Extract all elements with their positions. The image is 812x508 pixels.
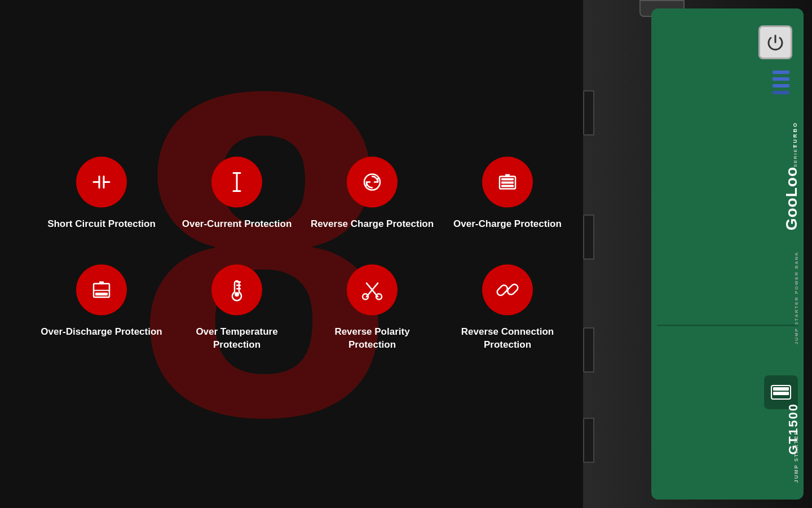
svg-rect-10: [501, 178, 514, 181]
side-grip-3: [583, 327, 594, 373]
green-face-panel: TURBO SERIES GooLoo JUMP STARTER POWER B…: [651, 8, 804, 500]
led-bar-1: [773, 71, 789, 74]
over-charge-icon-circle: [482, 157, 533, 208]
reverse-charge-label: Reverse Charge Protection: [311, 218, 434, 231]
over-current-label: Over-Current Protection: [182, 218, 292, 231]
over-temperature-icon-circle: [211, 265, 262, 316]
over-current-icon-circle: [211, 157, 262, 208]
protection-item-reverse-polarity: Reverse Polarity Protection: [310, 265, 434, 352]
svg-rect-28: [773, 392, 789, 395]
over-charge-label: Over-Charge Protection: [453, 218, 562, 231]
short-circuit-icon: [88, 169, 115, 196]
over-discharge-label: Over-Discharge Protection: [41, 326, 162, 339]
over-temperature-label: Over Temperature Protection: [175, 326, 299, 352]
led-bar-4: [773, 91, 789, 94]
protection-item-over-discharge: Over-Discharge Protection: [39, 265, 164, 352]
svg-rect-14: [99, 282, 104, 284]
svg-point-20: [235, 292, 239, 297]
svg-rect-15: [95, 293, 108, 296]
device-panel: TURBO SERIES GooLoo JUMP STARTER POWER B…: [575, 0, 812, 508]
series-label: SERIES: [793, 144, 798, 167]
device-subtext: JUMP STARTER POWER BANK: [794, 251, 799, 344]
led-bar-3: [773, 84, 789, 87]
over-current-icon: [223, 169, 250, 196]
over-discharge-icon-circle: [76, 265, 127, 316]
device-body: TURBO SERIES GooLoo JUMP STARTER POWER B…: [581, 0, 812, 508]
svg-rect-12: [501, 185, 514, 187]
model-icon: [769, 380, 793, 405]
model-sub-label: JUMP STARTER: [793, 430, 799, 483]
short-circuit-label: Short Circuit Protection: [47, 218, 156, 231]
side-grip-1: [583, 90, 594, 135]
side-grip-4: [583, 418, 594, 463]
protection-item-reverse-connection: Reverse Connection Protection: [445, 265, 570, 352]
short-circuit-icon-circle: [76, 157, 127, 208]
reverse-charge-icon-circle: [347, 157, 398, 208]
svg-rect-9: [505, 174, 510, 177]
svg-rect-11: [501, 182, 514, 184]
protection-item-over-temperature: Over Temperature Protection: [175, 265, 299, 352]
reverse-connection-label: Reverse Connection Protection: [445, 326, 570, 352]
reverse-polarity-icon-circle: [347, 265, 398, 316]
over-temperature-icon: [223, 277, 250, 304]
reverse-polarity-label: Reverse Polarity Protection: [310, 326, 434, 352]
protection-item-over-charge: Over-Charge Protection: [445, 157, 570, 231]
led-bar-2: [773, 77, 789, 81]
over-discharge-icon: [88, 277, 115, 304]
divider: [657, 325, 798, 326]
protection-grid: Short Circuit Protection Over-Current Pr…: [28, 134, 581, 374]
reverse-polarity-icon: [359, 277, 386, 304]
power-button[interactable]: [758, 25, 792, 59]
reverse-charge-icon: [359, 169, 386, 196]
protection-item-short-circuit: Short Circuit Protection: [39, 157, 164, 231]
protection-item-reverse-charge: Reverse Charge Protection: [310, 157, 434, 231]
svg-rect-27: [773, 387, 789, 391]
gooloo-logo: GooLoo: [783, 167, 801, 230]
led-indicators: [773, 71, 789, 94]
side-grip-2: [583, 214, 594, 260]
reverse-connection-icon: [494, 277, 521, 304]
over-charge-icon: [494, 169, 521, 196]
power-icon: [765, 32, 785, 52]
reverse-connection-icon-circle: [482, 265, 533, 316]
protection-item-over-current: Over-Current Protection: [175, 157, 299, 231]
